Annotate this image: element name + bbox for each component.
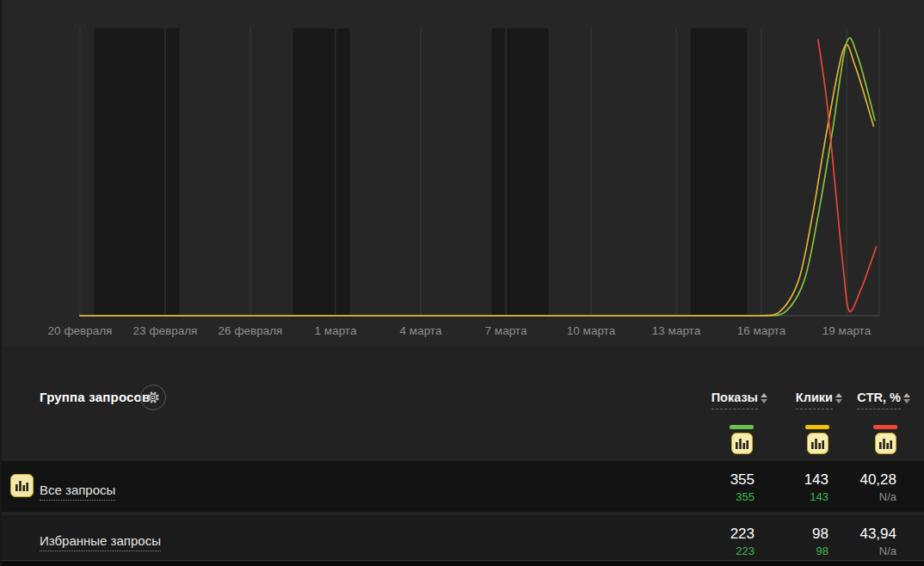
clicks-cell: 143 143 <box>804 472 829 503</box>
clicks-value: 143 <box>804 472 829 488</box>
x-axis-label: 20 февраля <box>48 324 113 337</box>
x-axis-label: 26 февраля <box>219 324 283 337</box>
sort-arrows-icon[interactable] <box>835 393 842 403</box>
bar-chart-icon <box>736 438 748 449</box>
weekend-band <box>293 28 350 316</box>
window-bottom-edge <box>0 561 924 566</box>
impressions-color-bar <box>730 425 754 429</box>
bar-chart-icon <box>879 438 892 449</box>
chart-canvas: 20 февраля23 февраля26 февраля1 марта4 м… <box>0 0 924 347</box>
ctr-subvalue: N/a <box>859 545 896 557</box>
table-row-all-queries: Все запросы 355 355 143 143 40,28 N/a <box>0 461 924 512</box>
query-group-header: Группа запросов <box>40 390 150 404</box>
series-line-impressions <box>80 38 875 316</box>
bar-chart-icon <box>811 438 824 449</box>
metric-toggle-ctr <box>872 425 898 454</box>
ctr-subvalue: N/a <box>859 491 896 503</box>
x-axis-label: 10 марта <box>567 324 616 337</box>
group-settings-button[interactable] <box>140 385 166 410</box>
x-axis-label: 4 марта <box>400 324 442 337</box>
impressions-subvalue: 223 <box>730 545 755 557</box>
ctr-cell: 43,94 N/a <box>859 526 896 557</box>
clicks-subvalue: 98 <box>812 545 829 557</box>
series-line-ctr <box>818 40 877 311</box>
ctr-chart-toggle-button[interactable] <box>875 433 896 454</box>
query-trends-chart: 20 февраля23 февраля26 февраля1 марта4 м… <box>0 0 924 347</box>
impressions-cell: 223 223 <box>730 526 755 557</box>
column-label: Показы <box>711 391 758 409</box>
impressions-chart-toggle-button[interactable] <box>731 433 753 454</box>
metric-toggle-clicks <box>804 425 830 454</box>
metric-toggle-impressions <box>729 425 755 454</box>
row-chart-icon-button[interactable] <box>10 474 34 497</box>
ctr-cell: 40,28 N/a <box>859 472 896 503</box>
weekend-band <box>95 28 180 316</box>
clicks-cell: 98 98 <box>812 526 829 557</box>
clicks-value: 98 <box>812 526 829 542</box>
x-axis-label: 7 марта <box>485 324 527 337</box>
gear-icon <box>146 391 160 404</box>
window-edge <box>0 0 2 566</box>
column-header-ctr[interactable]: CTR, % <box>857 391 910 409</box>
ctr-color-bar <box>873 425 897 429</box>
column-header-impressions[interactable]: Показы <box>711 391 767 409</box>
bar-chart-icon <box>15 480 28 491</box>
query-group-link[interactable]: Избранные запросы <box>40 533 161 551</box>
clicks-subvalue: 143 <box>804 491 829 503</box>
x-axis-label: 13 марта <box>652 324 701 337</box>
impressions-cell: 355 355 <box>730 472 755 503</box>
clicks-chart-toggle-button[interactable] <box>807 433 829 454</box>
impressions-value: 355 <box>730 472 755 488</box>
sort-arrows-icon[interactable] <box>903 393 910 403</box>
sort-arrows-icon[interactable] <box>761 393 767 403</box>
query-group-link[interactable]: Все запросы <box>40 483 115 501</box>
ctr-value: 40,28 <box>859 472 896 488</box>
table-row-favorite-queries: Избранные запросы 223 223 98 98 43,94 N/… <box>0 515 924 560</box>
webmaster-query-statistics-page: 20 февраля23 февраля26 февраля1 марта4 м… <box>0 0 924 566</box>
x-axis-label: 23 февраля <box>133 324 198 337</box>
x-axis-label: 16 марта <box>737 324 786 337</box>
column-label: Клики <box>796 391 833 409</box>
x-axis-label: 19 марта <box>822 324 872 337</box>
weekend-band <box>691 28 748 316</box>
column-header-clicks[interactable]: Клики <box>796 391 842 409</box>
clicks-color-bar <box>805 425 829 429</box>
weekend-band <box>492 28 549 316</box>
column-label: CTR, % <box>857 391 901 409</box>
series-line-clicks <box>80 45 873 316</box>
impressions-value: 223 <box>730 526 755 542</box>
x-axis-label: 1 марта <box>315 324 357 337</box>
impressions-subvalue: 355 <box>730 491 755 503</box>
ctr-value: 43,94 <box>859 526 896 542</box>
